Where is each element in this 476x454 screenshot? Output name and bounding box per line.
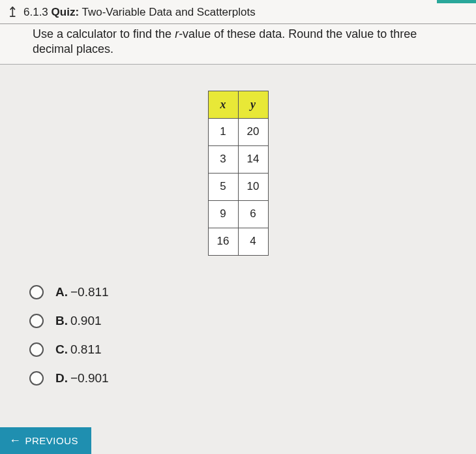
answer-option-c[interactable]: C.0.811 — [29, 342, 476, 357]
answer-value: −0.811 — [70, 285, 109, 299]
answer-letter: B. — [55, 314, 68, 327]
answer-list: A.−0.811 B.0.901 C.0.811 D.−0.901 — [0, 272, 476, 386]
previous-button[interactable]: ← PREVIOUS — [0, 427, 91, 454]
col-header-y: y — [238, 91, 268, 118]
answer-letter: A. — [55, 285, 68, 299]
answer-text: C.0.811 — [55, 342, 102, 357]
answer-option-a[interactable]: A.−0.811 — [29, 285, 476, 299]
cell-y: 20 — [238, 118, 268, 145]
answer-letter: D. — [55, 371, 68, 385]
answer-value: 0.811 — [70, 342, 102, 356]
cell-x: 5 — [208, 173, 238, 200]
quiz-title: Two-Variable Data and Scatterplots — [82, 6, 255, 18]
answer-value: 0.901 — [70, 314, 102, 327]
quiz-header: ↥ 6.1.3 Quiz: Two-Variable Data and Scat… — [0, 0, 476, 24]
radio-icon[interactable] — [29, 285, 44, 299]
table-header-row: x y — [208, 91, 268, 118]
question-text: Use a calculator to find the r-value of … — [33, 27, 453, 57]
cell-x: 3 — [208, 145, 238, 173]
section-number: 6.1.3 — [23, 6, 48, 18]
data-table: x y 1 20 3 14 5 10 9 6 16 4 — [208, 91, 269, 256]
radio-icon[interactable] — [29, 371, 44, 386]
cell-x: 9 — [208, 200, 238, 228]
answer-text: A.−0.811 — [55, 285, 109, 299]
quiz-title-line: 6.1.3 Quiz: Two-Variable Data and Scatte… — [23, 6, 256, 19]
table-row: 9 6 — [208, 200, 268, 228]
previous-label: PREVIOUS — [25, 435, 79, 446]
data-table-wrap: x y 1 20 3 14 5 10 9 6 16 4 — [0, 65, 476, 272]
answer-option-b[interactable]: B.0.901 — [29, 314, 476, 328]
question-part1: Use a calculator to find the — [33, 27, 175, 40]
cell-x: 16 — [208, 228, 238, 255]
answer-value: −0.901 — [70, 371, 109, 385]
answer-letter: C. — [55, 342, 68, 356]
cell-x: 1 — [208, 118, 238, 145]
cell-y: 10 — [238, 173, 268, 200]
answer-text: B.0.901 — [55, 314, 102, 328]
cell-y: 14 — [238, 145, 268, 173]
col-header-x: x — [208, 91, 238, 118]
question-area: Use a calculator to find the r-value of … — [0, 24, 476, 65]
table-row: 1 20 — [208, 118, 268, 145]
answer-option-d[interactable]: D.−0.901 — [29, 371, 476, 386]
arrow-left-icon: ← — [9, 434, 22, 447]
accent-bar — [437, 0, 476, 3]
answer-text: D.−0.901 — [55, 371, 109, 386]
cell-y: 6 — [238, 200, 268, 228]
radio-icon[interactable] — [29, 314, 44, 328]
table-row: 16 4 — [208, 228, 268, 255]
table-row: 5 10 — [208, 173, 268, 200]
back-arrow-icon[interactable]: ↥ — [7, 4, 18, 21]
radio-icon[interactable] — [29, 342, 44, 357]
quiz-label-bold: Quiz: — [52, 6, 80, 18]
table-row: 3 14 — [208, 145, 268, 173]
cell-y: 4 — [238, 228, 268, 255]
